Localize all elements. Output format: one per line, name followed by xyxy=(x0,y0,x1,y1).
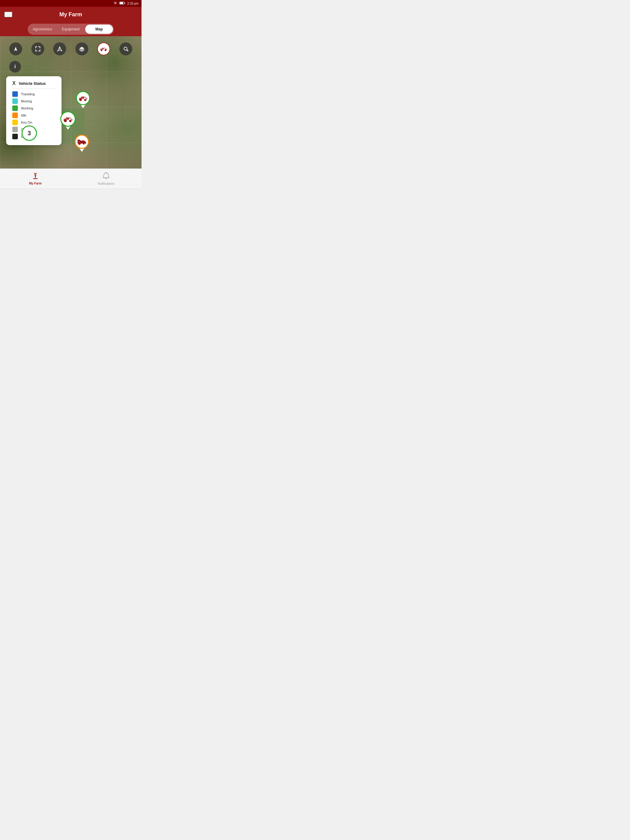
expand-button[interactable] xyxy=(32,43,44,55)
combine-circle xyxy=(75,135,89,149)
farm-svg xyxy=(31,172,40,179)
tab-equipment[interactable]: Equipment xyxy=(57,25,85,34)
map-view[interactable]: i X Vehicle Status Traveling Moving Work… xyxy=(0,36,141,169)
tab-group: Agronomics Equipment Map xyxy=(28,24,114,35)
nav-notifications[interactable]: Notifications xyxy=(71,172,141,185)
cluster-count: 3 xyxy=(27,130,31,137)
svg-rect-1 xyxy=(120,2,123,4)
battery-icon xyxy=(119,2,125,5)
svg-point-18 xyxy=(69,120,72,122)
tractor-icon-1 xyxy=(79,95,87,101)
machine-filter-button[interactable] xyxy=(97,43,110,55)
combine-icon xyxy=(78,139,86,145)
working-label: Working xyxy=(21,106,33,110)
map-toolbar xyxy=(0,43,141,55)
off-color xyxy=(12,127,18,132)
moving-label: Moving xyxy=(21,99,32,103)
key-on-label: Key On xyxy=(21,120,32,124)
legend-traveling: Traveling xyxy=(12,91,55,97)
traveling-label: Traveling xyxy=(21,92,35,96)
search-button[interactable] xyxy=(119,43,132,55)
key-on-color xyxy=(12,120,18,125)
tab-agronomics[interactable]: Agronomics xyxy=(28,25,56,34)
panel-header: X Vehicle Status xyxy=(12,81,55,89)
traveling-color xyxy=(12,91,18,97)
nav-my-farm[interactable]: My Farm xyxy=(0,172,71,185)
notifications-icon xyxy=(103,172,109,182)
legend-moving: Moving xyxy=(12,98,55,104)
bell-icon xyxy=(103,172,109,180)
tractor-marker-1[interactable] xyxy=(76,91,90,108)
tab-map[interactable]: Map xyxy=(85,25,113,34)
legend-key-on: Key On xyxy=(12,120,55,125)
bottom-navigation: My Farm Notifications xyxy=(0,169,141,188)
moving-color xyxy=(12,98,18,104)
menu-button[interactable] xyxy=(4,12,12,17)
svg-rect-20 xyxy=(66,118,68,120)
idle-label: Idle xyxy=(21,114,27,117)
my-farm-icon xyxy=(31,172,40,181)
lost-color xyxy=(12,134,18,139)
cluster-marker[interactable]: 3 xyxy=(22,125,37,141)
info-button[interactable]: i xyxy=(9,61,21,73)
combine-marker[interactable] xyxy=(75,135,89,152)
svg-rect-26 xyxy=(78,141,80,142)
tab-bar: Agronomics Equipment Map xyxy=(0,22,141,36)
status-time: 2:33 pm xyxy=(127,2,138,5)
location-button[interactable] xyxy=(9,43,22,55)
tractor-icon-2 xyxy=(64,115,72,122)
panel-title: Vehicle Status xyxy=(19,81,46,86)
idle-color xyxy=(12,112,18,118)
svg-point-14 xyxy=(84,99,86,101)
layers-button[interactable] xyxy=(75,43,88,55)
wifi-icon xyxy=(113,2,117,5)
marker-circle-1 xyxy=(76,91,90,105)
notifications-label: Notifications xyxy=(98,182,114,185)
app-header: My Farm xyxy=(0,7,141,22)
svg-rect-25 xyxy=(78,140,80,141)
status-bar: 2:33 pm xyxy=(0,0,141,7)
tractor-marker-2[interactable] xyxy=(60,111,76,130)
svg-rect-2 xyxy=(125,3,125,4)
svg-point-9 xyxy=(104,49,106,51)
svg-marker-5 xyxy=(14,47,17,51)
legend-idle: Idle xyxy=(12,112,55,118)
system-navigation xyxy=(0,188,141,189)
svg-rect-10 xyxy=(102,48,104,49)
marker-circle-2 xyxy=(60,111,76,127)
legend-working: Working xyxy=(12,106,55,111)
working-color xyxy=(12,106,18,111)
page-title: My Farm xyxy=(59,11,82,18)
my-farm-label: My Farm xyxy=(29,182,41,185)
svg-marker-24 xyxy=(82,141,86,144)
route-button[interactable] xyxy=(53,43,66,55)
svg-rect-16 xyxy=(82,97,83,99)
svg-line-12 xyxy=(127,50,128,51)
close-panel-button[interactable]: X xyxy=(12,81,16,86)
